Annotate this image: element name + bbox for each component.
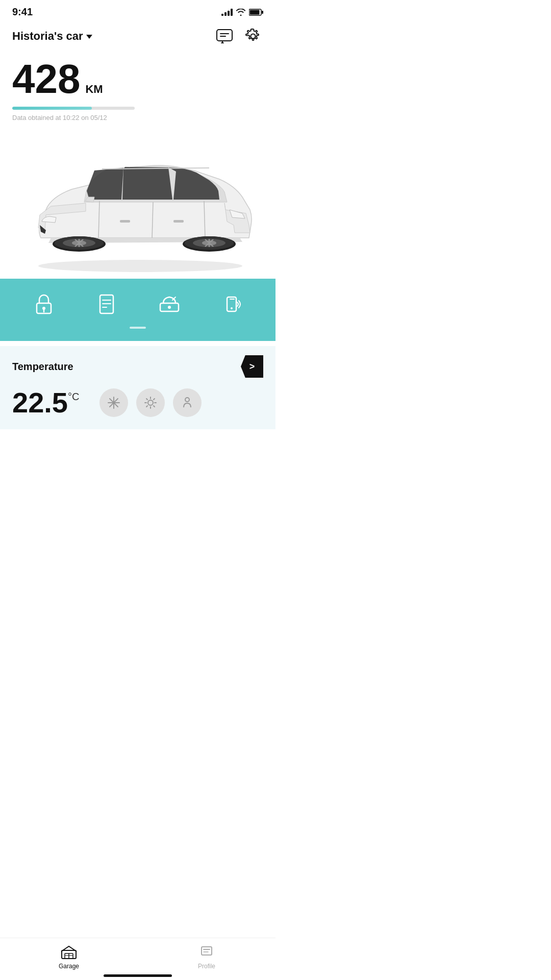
remote-icon — [221, 293, 243, 315]
temp-number: 22.5 — [12, 386, 68, 419]
header-actions — [214, 26, 263, 46]
svg-line-53 — [146, 406, 147, 407]
svg-point-39 — [231, 307, 233, 309]
lock-button[interactable] — [29, 289, 59, 320]
status-icons — [221, 9, 263, 16]
wifi-icon — [236, 9, 246, 16]
signal-icon — [221, 9, 233, 16]
dropdown-chevron-icon — [86, 35, 92, 39]
ac-cool-button[interactable] — [99, 388, 128, 417]
controls-bar — [0, 279, 276, 341]
range-value-display: 428 KM — [12, 59, 263, 100]
message-button[interactable] — [214, 26, 235, 46]
range-unit-label: KM — [85, 84, 103, 95]
sun-icon — [144, 396, 157, 409]
svg-rect-1 — [250, 10, 260, 14]
svg-point-36 — [168, 306, 171, 309]
document-button[interactable] — [91, 289, 122, 320]
range-progress-bar — [12, 107, 135, 110]
seat-heat-button[interactable] — [173, 388, 202, 417]
person-icon — [181, 396, 194, 409]
svg-point-44 — [113, 402, 115, 404]
temperature-section: Temperature > 22.5 °C — [0, 346, 276, 429]
header: Historia's car — [0, 22, 276, 53]
svg-line-50 — [146, 399, 147, 400]
temp-arrow-icon: > — [249, 361, 255, 372]
car-svg — [10, 131, 265, 274]
ac-heat-button[interactable] — [136, 388, 165, 417]
svg-line-52 — [154, 399, 155, 400]
svg-point-45 — [148, 400, 153, 405]
controls-scroll-indicator — [130, 327, 146, 329]
svg-rect-12 — [120, 220, 130, 223]
trunk-button[interactable] — [154, 289, 185, 320]
controls-icons-row — [12, 289, 263, 320]
temp-header: Temperature > — [12, 355, 263, 378]
temp-reading: 22.5 °C — [12, 386, 79, 419]
temp-unit-label: °C — [68, 391, 79, 403]
remote-button[interactable] — [217, 289, 247, 320]
svg-point-54 — [185, 398, 189, 402]
car-image-section — [0, 126, 276, 279]
range-section: 428 KM Data obtained at 10:22 on 05/12 — [0, 53, 276, 126]
svg-rect-3 — [217, 30, 232, 41]
svg-point-7 — [38, 260, 242, 272]
status-bar: 9:41 — [0, 0, 276, 22]
document-icon — [95, 293, 118, 315]
svg-rect-2 — [262, 11, 263, 14]
battery-icon — [249, 9, 263, 16]
snowflake-icon — [107, 396, 120, 409]
temp-controls — [99, 388, 202, 417]
range-number: 428 — [12, 59, 80, 100]
trunk-icon — [158, 293, 181, 315]
svg-line-51 — [154, 406, 155, 407]
car-name-label: Historia's car — [12, 30, 83, 43]
message-icon — [216, 29, 233, 43]
temp-detail-button[interactable]: > — [241, 355, 263, 378]
settings-icon — [245, 28, 261, 44]
status-time: 9:41 — [12, 6, 33, 18]
range-timestamp: Data obtained at 10:22 on 05/12 — [12, 114, 263, 121]
car-title-btn[interactable]: Historia's car — [12, 30, 92, 43]
svg-rect-11 — [173, 220, 184, 223]
settings-button[interactable] — [243, 26, 263, 46]
range-bar-fill — [12, 107, 92, 110]
lock-icon — [33, 293, 55, 315]
temp-value-row: 22.5 °C — [12, 386, 263, 419]
temp-section-title: Temperature — [12, 361, 73, 373]
car-illustration — [0, 126, 276, 274]
